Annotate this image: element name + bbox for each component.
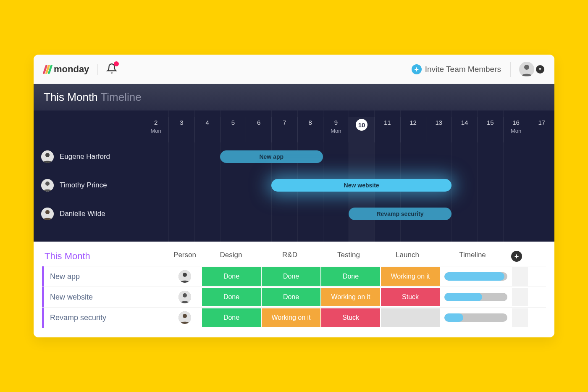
timeline-day-column: 14 (452, 117, 477, 142)
chevron-down-icon: ▾ (536, 65, 544, 74)
status-cell[interactable]: Done (202, 308, 261, 327)
timeline-day-column: 11 (374, 117, 400, 142)
status-cell[interactable]: Stuck (321, 308, 380, 327)
board-table: This Month Person Design R&D Testing Lau… (34, 242, 554, 337)
timeline-day-column: 17 (529, 117, 554, 142)
invite-team-button[interactable]: + Invite Team Members (412, 64, 501, 74)
status-cell[interactable]: Working on it (381, 267, 440, 286)
timeline-bar[interactable]: New website (271, 179, 452, 192)
avatar (41, 150, 54, 163)
timeline-cell[interactable] (440, 308, 512, 328)
status-cell[interactable]: Working on it (321, 288, 380, 306)
svg-point-5 (45, 182, 50, 186)
person-name: Eugene Harford (60, 153, 110, 161)
col-header-rnd: R&D (260, 251, 319, 262)
person-cell[interactable] (168, 308, 202, 328)
timeline-person[interactable]: Eugene Harford (34, 150, 143, 163)
svg-point-1 (524, 65, 529, 70)
progress-bar (444, 313, 507, 322)
svg-point-11 (183, 293, 187, 297)
col-header-design: Design (202, 251, 260, 262)
status-cell[interactable]: Working on it (262, 308, 320, 327)
col-header-launch: Launch (378, 251, 437, 262)
item-name-cell[interactable]: Revamp security (42, 308, 168, 328)
timeline-title-muted: Timeline (100, 91, 141, 103)
status-cell[interactable] (381, 308, 440, 327)
timeline-day-column: 9Mon (323, 117, 349, 142)
timeline-day-column: 13 (426, 117, 452, 142)
col-header-person: Person (168, 251, 202, 262)
timeline-day-column: 4 (194, 117, 220, 142)
status-cell[interactable]: Done (321, 267, 380, 286)
timeline-bar[interactable]: New app (220, 150, 323, 163)
timeline-day-column: 12 (400, 117, 426, 142)
svg-point-9 (183, 273, 187, 277)
app-window: monday + Invite Team Members ▾ This Mont… (34, 55, 554, 337)
timeline-cell[interactable] (440, 266, 512, 287)
status-cell[interactable]: Done (202, 288, 261, 306)
status-cell[interactable]: Done (202, 267, 261, 286)
timeline-day-column: 8 (297, 117, 323, 142)
svg-point-7 (45, 210, 50, 214)
item-name-cell[interactable]: New app (42, 266, 168, 287)
timeline-grid: 2Mon3456789Mon10111213141516Mon17 Eugene… (34, 110, 554, 242)
timeline-day-column: 7 (271, 117, 297, 142)
timeline-title: This Month Timeline (34, 84, 554, 110)
timeline-day-column: 2Mon (143, 117, 168, 142)
timeline-day-column: 16Mon (503, 117, 529, 142)
timeline-cell[interactable] (440, 287, 512, 307)
progress-bar (444, 293, 507, 301)
avatar (178, 311, 191, 324)
table-header: This Month Person Design R&D Testing Lau… (42, 251, 546, 262)
person-cell[interactable] (168, 266, 202, 287)
status-cell[interactable]: Done (262, 288, 320, 306)
table-row: New websiteDoneDoneWorking on itStuck (42, 287, 546, 307)
avatar (178, 291, 191, 303)
timeline-day-column: 5 (220, 117, 246, 142)
svg-point-13 (183, 314, 187, 318)
logo-text: monday (54, 64, 89, 75)
notification-dot-icon (114, 61, 119, 66)
svg-point-3 (45, 153, 50, 157)
timeline-person[interactable]: Danielle Wilde (34, 208, 143, 220)
status-cell[interactable]: Stuck (381, 288, 440, 306)
row-extra-cell (512, 308, 528, 327)
timeline-section: This Month Timeline 2Mon3456789Mon101112… (34, 84, 554, 242)
invite-label: Invite Team Members (425, 65, 501, 74)
avatar (41, 179, 54, 192)
person-cell[interactable] (168, 287, 202, 307)
timeline-day-column: 3 (168, 117, 194, 142)
table-row: New appDoneDoneDoneWorking on it (42, 266, 546, 287)
timeline-person[interactable]: Timothy Prince (34, 179, 143, 192)
avatar (41, 208, 54, 220)
plus-circle-icon: + (412, 64, 422, 74)
timeline-row: Danielle WildeRevamp security (34, 200, 554, 228)
timeline-day-column: 15 (477, 117, 503, 142)
col-header-timeline: Timeline (437, 251, 508, 262)
user-menu[interactable]: ▾ (510, 62, 544, 77)
progress-bar (444, 272, 507, 281)
timeline-row: Timothy PrinceNew website (34, 171, 554, 200)
group-title[interactable]: This Month (42, 251, 168, 262)
table-row: Revamp securityDoneWorking on itStuck (42, 307, 546, 328)
item-name-cell[interactable]: New website (42, 287, 168, 307)
topbar: monday + Invite Team Members ▾ (34, 55, 554, 84)
timeline-day-header: 2Mon3456789Mon10111213141516Mon17 (34, 117, 554, 142)
notifications-button[interactable] (106, 63, 117, 76)
col-header-testing: Testing (319, 251, 378, 262)
logo[interactable]: monday (44, 64, 98, 75)
timeline-bar[interactable]: Revamp security (349, 208, 452, 220)
logo-icon (44, 65, 51, 74)
timeline-row: Eugene HarfordNew app (34, 142, 554, 171)
row-extra-cell (512, 267, 528, 286)
person-name: Danielle Wilde (60, 210, 105, 218)
timeline-title-strong: This Month (44, 91, 98, 103)
status-cell[interactable]: Done (262, 267, 320, 286)
timeline-day-column: 6 (246, 117, 271, 142)
avatar (519, 62, 534, 77)
person-name: Timothy Prince (60, 181, 107, 189)
avatar (178, 270, 191, 283)
add-column-button[interactable]: + (511, 251, 522, 262)
row-extra-cell (512, 288, 528, 306)
